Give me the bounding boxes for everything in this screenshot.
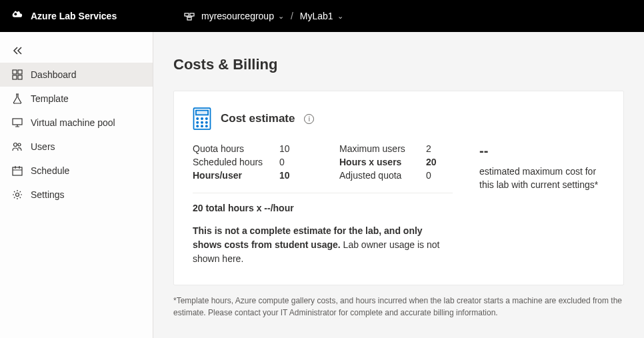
hours-per-user-value: 10 — [279, 170, 306, 181]
brand[interactable]: Azure Lab Services — [11, 9, 184, 23]
cost-estimate-card: Cost estimate i Quota hours 10 Scheduled… — [173, 91, 624, 285]
chevron-double-left-icon — [12, 46, 24, 55]
card-title: Cost estimate — [221, 112, 295, 125]
svg-rect-5 — [18, 70, 22, 74]
formula-section: 20 total hours x --/hour This is not a c… — [193, 193, 453, 266]
topbar: Azure Lab Services myresourcegroup ⌄ / M… — [0, 0, 644, 32]
svg-rect-4 — [13, 70, 17, 74]
stats-col-2: Maximum users 2 Hours x users 20 Adjuste… — [339, 143, 453, 181]
quota-hours-value: 10 — [279, 143, 306, 154]
svg-point-22 — [201, 125, 203, 127]
stats-row: Quota hours 10 Scheduled hours 0 Hours/u… — [193, 143, 453, 193]
breadcrumb-lab[interactable]: MyLab1 ⌄ — [300, 11, 343, 21]
svg-point-16 — [201, 118, 203, 119]
breadcrumb-lab-label: MyLab1 — [300, 11, 333, 21]
svg-rect-7 — [18, 75, 22, 79]
adjusted-quota-label: Adjusted quota — [339, 170, 426, 181]
svg-point-19 — [201, 122, 203, 123]
sidebar-item-template[interactable]: Template — [0, 87, 153, 111]
adjusted-quota-value: 0 — [426, 170, 453, 181]
quota-hours-label: Quota hours — [193, 143, 279, 154]
scheduled-hours-value: 0 — [279, 157, 306, 167]
page-title: Costs & Billing — [173, 56, 624, 73]
svg-point-18 — [197, 122, 198, 123]
footnote: *Template hours, Azure compute gallery c… — [173, 295, 624, 319]
sidebar-item-label: Template — [31, 93, 69, 104]
main-content: Costs & Billing Cost estimate i — [153, 32, 644, 338]
sidebar-item-label: Dashboard — [31, 69, 77, 80]
svg-rect-14 — [196, 111, 208, 115]
chevron-down-icon: ⌄ — [337, 12, 343, 21]
estimate-note: This is not a complete estimate for the … — [193, 224, 453, 266]
svg-point-9 — [14, 143, 17, 147]
hours-x-users-value: 20 — [426, 157, 453, 167]
sidebar-collapse-button[interactable] — [0, 39, 153, 63]
gear-icon — [12, 189, 23, 200]
sidebar-item-label: Users — [31, 141, 55, 152]
svg-point-12 — [16, 193, 19, 197]
breadcrumb-resource-group[interactable]: myresourcegroup ⌄ — [201, 11, 284, 21]
flask-icon — [12, 93, 23, 104]
svg-rect-8 — [13, 119, 22, 125]
sidebar-item-schedule[interactable]: Schedule — [0, 159, 153, 183]
svg-point-23 — [206, 125, 207, 127]
svg-rect-1 — [185, 13, 189, 16]
svg-rect-11 — [13, 167, 22, 175]
svg-rect-3 — [187, 17, 191, 20]
calculator-icon — [193, 107, 211, 130]
sidebar-item-dashboard[interactable]: Dashboard — [0, 63, 153, 87]
sidebar-item-label: Settings — [31, 189, 65, 200]
formula-text: 20 total hours x --/hour — [193, 203, 453, 213]
hours-x-users-label: Hours x users — [339, 157, 426, 167]
monitor-icon — [12, 117, 23, 128]
svg-point-21 — [197, 125, 198, 127]
max-users-value: 2 — [426, 143, 453, 154]
svg-point-0 — [14, 13, 17, 15]
azure-logo-icon — [11, 9, 25, 23]
chevron-down-icon: ⌄ — [278, 12, 284, 21]
scheduled-hours-label: Scheduled hours — [193, 157, 279, 167]
users-icon — [12, 141, 23, 152]
svg-point-15 — [197, 118, 198, 119]
calendar-icon — [12, 165, 23, 176]
sidebar-item-label: Virtual machine pool — [31, 117, 115, 128]
dashboard-icon — [12, 69, 23, 80]
max-users-label: Maximum users — [339, 143, 426, 154]
breadcrumb: myresourcegroup ⌄ / MyLab1 ⌄ — [184, 11, 343, 21]
svg-point-20 — [206, 122, 207, 123]
sidebar-item-vm-pool[interactable]: Virtual machine pool — [0, 111, 153, 135]
card-header: Cost estimate i — [193, 107, 605, 130]
svg-rect-2 — [190, 13, 194, 16]
cost-summary: -- estimated maximum cost for this lab w… — [465, 143, 605, 266]
sidebar: Dashboard Template Virtual machine pool … — [0, 32, 153, 338]
svg-point-17 — [206, 118, 207, 119]
sidebar-item-settings[interactable]: Settings — [0, 183, 153, 207]
info-icon[interactable]: i — [304, 114, 314, 124]
svg-rect-6 — [13, 75, 17, 79]
brand-label: Azure Lab Services — [31, 11, 117, 21]
cost-amount: -- — [479, 143, 605, 159]
cost-desc: estimated maximum cost for this lab with… — [479, 165, 605, 191]
breadcrumb-resource-group-label: myresourcegroup — [201, 11, 274, 21]
resource-group-icon — [184, 11, 195, 21]
sidebar-item-users[interactable]: Users — [0, 135, 153, 159]
svg-point-10 — [18, 143, 21, 146]
hours-per-user-label: Hours/user — [193, 170, 279, 181]
breadcrumb-separator: / — [291, 11, 293, 21]
sidebar-item-label: Schedule — [31, 165, 69, 176]
stats-col-1: Quota hours 10 Scheduled hours 0 Hours/u… — [193, 143, 306, 181]
